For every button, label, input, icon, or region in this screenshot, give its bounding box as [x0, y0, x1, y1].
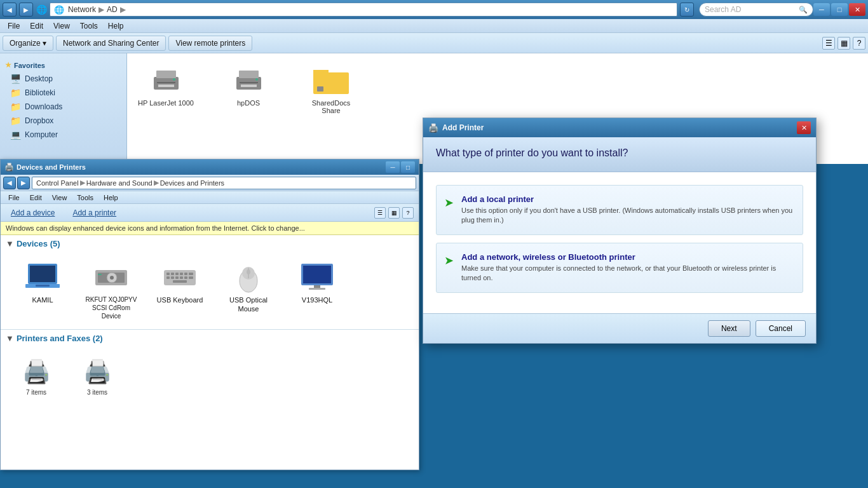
devices-section-heading[interactable]: ▼ Devices (5)	[1, 235, 419, 252]
menu-view[interactable]: View	[48, 20, 75, 32]
sidebar-item-desktop[interactable]: 🖥️ Desktop	[0, 72, 126, 86]
devices-menu-file[interactable]: File	[3, 193, 25, 203]
mouse-label: USB OpticalMouse	[229, 295, 268, 314]
device-item-kamil[interactable]: KAMIL	[11, 257, 74, 324]
devices-view-grid[interactable]: ▦	[388, 207, 400, 219]
svg-rect-28	[189, 273, 193, 275]
devices-maximize-button[interactable]: □	[401, 161, 415, 173]
devices-view-toggle[interactable]: ☰	[374, 207, 386, 219]
hp-printer-icon	[147, 64, 185, 95]
devices-menu-help[interactable]: Help	[98, 193, 123, 203]
organize-button[interactable]: Organize ▾	[3, 36, 53, 51]
view-toggle-button[interactable]: ☰	[822, 37, 835, 50]
sidebar-item-downloads-label: Downloads	[25, 102, 62, 111]
sidebar-item-desktop-label: Desktop	[25, 74, 53, 83]
printer-item-2[interactable]: 🖨️ 3 items	[72, 352, 123, 400]
menu-edit[interactable]: Edit	[25, 20, 48, 32]
device-item-keyboard[interactable]: USB Keyboard	[148, 257, 212, 324]
menu-help[interactable]: Help	[103, 20, 129, 32]
sidebar-item-komputer[interactable]: 💻 Komputer	[0, 128, 126, 142]
devices-window-title: Devices and Printers	[17, 163, 86, 171]
svg-rect-25	[175, 273, 179, 275]
svg-rect-35	[173, 280, 187, 283]
menu-tools[interactable]: Tools	[75, 20, 103, 32]
option-local-printer[interactable]: ➤ Add a local printer Use this option on…	[436, 185, 803, 235]
option-network-printer[interactable]: ➤ Add a network, wireless or Bluetooth p…	[436, 243, 803, 293]
svg-rect-31	[175, 276, 179, 279]
svg-rect-32	[180, 276, 183, 279]
shareddocs-sublabel: Share	[312, 107, 351, 114]
device-item-mouse[interactable]: USB OpticalMouse	[217, 257, 280, 324]
crumb-hardware: Hardware and Sound	[86, 179, 153, 187]
shareddocs-folder-icon	[312, 64, 350, 95]
add-device-button[interactable]: Add a device	[6, 207, 60, 219]
devices-menu-edit[interactable]: Edit	[25, 193, 47, 203]
crumb-controlpanel: Control Panel	[36, 179, 79, 187]
network-sharing-button[interactable]: Network and Sharing Center	[56, 36, 166, 51]
menu-file[interactable]: File	[3, 20, 25, 32]
network-item-hpdos[interactable]: hpDOS	[220, 64, 277, 107]
svg-rect-33	[184, 276, 187, 279]
dialog-close-button[interactable]: ✕	[797, 121, 811, 134]
svg-rect-16	[36, 285, 50, 287]
minimize-button[interactable]: ─	[813, 3, 830, 16]
devices-menu-tools[interactable]: Tools	[72, 193, 98, 203]
next-button[interactable]: Next	[708, 320, 750, 337]
refresh-button[interactable]: ↻	[680, 3, 694, 17]
sidebar-item-downloads[interactable]: 📁 Downloads	[0, 100, 126, 114]
back-button[interactable]: ◀	[3, 3, 17, 17]
device-item-cdrom[interactable]: RKFUT XQJ0PYVSCSI CdRomDevice	[79, 257, 143, 324]
svg-point-9	[255, 78, 258, 81]
shareddocs-label: SharedDocs	[312, 99, 351, 107]
cancel-button[interactable]: Cancel	[756, 320, 806, 337]
help-icon-button[interactable]: ?	[853, 37, 865, 50]
svg-point-20	[110, 276, 114, 280]
devices-minimize-button[interactable]: ─	[386, 161, 400, 173]
svg-rect-6	[239, 71, 259, 78]
mouse-icon	[229, 261, 268, 293]
devices-back-button[interactable]: ◀	[3, 177, 16, 189]
cdrom-label: RKFUT XQJ0PYVSCSI CdRomDevice	[86, 295, 137, 320]
add-printer-button[interactable]: Add a printer	[67, 207, 121, 219]
close-button[interactable]: ✕	[849, 3, 865, 16]
keyboard-icon	[161, 261, 199, 293]
printer-item-1[interactable]: 🖨️ 7 items	[11, 352, 62, 400]
network-item-shareddocs[interactable]: SharedDocs Share	[302, 64, 360, 114]
star-icon: ★	[5, 61, 11, 69]
view-details-button[interactable]: ▦	[837, 37, 850, 50]
dialog-titlebar: 🖨️ Add Printer ✕	[423, 118, 816, 137]
dialog-footer: Next Cancel	[423, 313, 816, 343]
devices-help-icon[interactable]: ?	[402, 207, 414, 219]
maximize-button[interactable]: □	[831, 3, 848, 16]
dialog-header: What type of printer do you want to inst…	[423, 137, 816, 172]
add-printer-dialog: 🖨️ Add Printer ✕ What type of printer do…	[423, 118, 817, 344]
infobar-text: Windows can display enhanced device icon…	[6, 224, 305, 232]
network-item-hp[interactable]: HP LaserJet 1000	[137, 64, 194, 107]
devices-address-bar[interactable]: Control Panel ▶ Hardware and Sound ▶ Dev…	[32, 177, 416, 189]
hpdos-printer-label: hpDOS	[237, 99, 260, 107]
search-placeholder: Search AD	[705, 5, 741, 14]
svg-rect-24	[171, 273, 174, 275]
devices-window: 🖨️ Devices and Printers ─ □ ◀ ▶ Control …	[0, 159, 419, 470]
svg-rect-12	[317, 86, 323, 92]
devices-infobar[interactable]: Windows can display enhanced device icon…	[1, 222, 419, 235]
printers-section-heading[interactable]: ▼ Printers and Faxes (2)	[1, 329, 419, 347]
printer-1-count: 7 items	[26, 389, 46, 396]
device-item-monitor[interactable]: V193HQL	[285, 257, 349, 324]
printers-section-label: Printers and Faxes (2)	[17, 334, 103, 343]
dialog-body: ➤ Add a local printer Use this option on…	[423, 172, 816, 313]
sidebar-item-biblioteki[interactable]: 📁 Biblioteki	[0, 86, 126, 100]
forward-button[interactable]: ▶	[19, 3, 33, 17]
devices-forward-button[interactable]: ▶	[17, 177, 30, 189]
printer-icon-2: 🖨️	[78, 356, 116, 388]
address-bar[interactable]: 🌐 Network ▶ AD ▶	[50, 3, 677, 17]
favorites-heading[interactable]: ★ Favorites	[0, 58, 126, 72]
top-menu-bar: File Edit View Tools Help	[0, 19, 868, 33]
sidebar-item-dropbox[interactable]: 📁 Dropbox	[0, 114, 126, 128]
svg-rect-1	[156, 71, 176, 78]
local-printer-desc: Use this option only if you don't have a…	[461, 206, 795, 226]
printer-icon-1: 🖨️	[17, 356, 55, 388]
view-remote-printers-button[interactable]: View remote printers	[168, 36, 252, 51]
devices-menu-view[interactable]: View	[47, 193, 72, 203]
search-bar[interactable]: Search AD 🔍	[699, 3, 813, 17]
